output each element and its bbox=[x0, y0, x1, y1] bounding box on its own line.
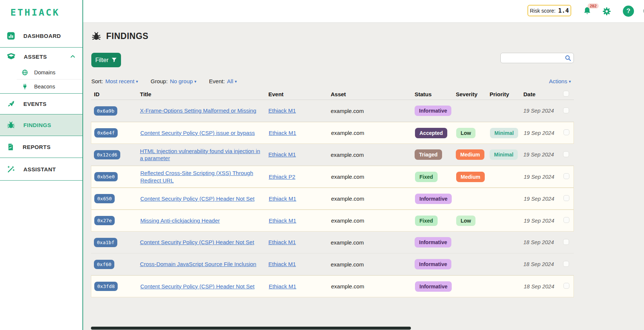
table-row: 0x3fd8Content Security Policy (CSP) Head… bbox=[91, 275, 574, 297]
row-checkbox[interactable] bbox=[563, 173, 569, 179]
asset-cell: example.com bbox=[331, 108, 415, 114]
event-link[interactable]: Ethiack M1 bbox=[268, 261, 296, 267]
checkbox-cell bbox=[563, 129, 574, 136]
finding-id-cell: 0xb5e0 bbox=[91, 172, 140, 181]
event-link[interactable]: Ethiack M1 bbox=[269, 130, 296, 136]
actions-dropdown[interactable]: Actions ▾ bbox=[549, 78, 571, 84]
event-link[interactable]: Ethiack M1 bbox=[268, 151, 296, 158]
finding-id-badge: 0x650 bbox=[94, 194, 115, 203]
settings-button[interactable] bbox=[601, 6, 612, 17]
list-controls: Sort: Most recent ▾ Group: No group ▾ Ev… bbox=[91, 78, 237, 84]
chevron-up-icon bbox=[70, 54, 76, 59]
row-checkbox[interactable] bbox=[563, 261, 569, 267]
finding-id-cell: 0x3fd8 bbox=[91, 282, 140, 291]
event-link[interactable]: Ethiack P2 bbox=[269, 174, 295, 180]
date-cell: 18 Sep 2024 bbox=[524, 284, 563, 289]
horizontal-scrollbar[interactable] bbox=[91, 327, 411, 330]
select-all-checkbox[interactable] bbox=[563, 91, 569, 97]
sidebar-item-beacons[interactable]: Beacons bbox=[0, 80, 82, 93]
row-checkbox[interactable] bbox=[563, 217, 569, 223]
severity-badge: Low bbox=[456, 216, 475, 226]
finding-id-badge: 0xa1bf bbox=[94, 238, 117, 247]
table-row: 0x12cd6HTML Injection vulnerability foun… bbox=[91, 144, 574, 166]
funnel-icon bbox=[111, 57, 117, 63]
finding-title-link[interactable]: X-Frame-Options Setting Malformed or Mis… bbox=[140, 107, 256, 114]
finding-id-cell: 0x6e4f bbox=[91, 128, 140, 138]
status-cell: Informative bbox=[415, 106, 456, 116]
filter-button[interactable]: Filter bbox=[91, 53, 121, 67]
brand-logo[interactable]: ETHIACK bbox=[0, 0, 82, 25]
checkbox-cell bbox=[563, 239, 574, 246]
severity-badge: Medium bbox=[456, 149, 484, 160]
priority-cell: Minimal bbox=[490, 128, 524, 138]
date-cell: 19 Sep 2024 bbox=[523, 152, 563, 158]
column-header-id: ID bbox=[91, 91, 140, 97]
row-checkbox[interactable] bbox=[563, 195, 569, 201]
date-cell: 18 Sep 2024 bbox=[523, 239, 563, 245]
severity-cell: Low bbox=[456, 216, 490, 226]
sidebar-item-reports[interactable]: REPORTS bbox=[0, 136, 82, 158]
search-input[interactable] bbox=[500, 53, 574, 63]
sidebar-item-assistant[interactable]: ASSISTANT bbox=[0, 158, 82, 181]
event-link[interactable]: Ethiack M1 bbox=[269, 283, 296, 289]
bug-icon bbox=[91, 31, 101, 41]
priority-badge: Minimal bbox=[490, 149, 518, 160]
sidebar-item-domains[interactable]: Domains bbox=[0, 65, 82, 79]
finding-title-cell: Cross-Domain JavaScript Source File Incl… bbox=[140, 261, 268, 268]
table-body: 0x6a9bX-Frame-Options Setting Malformed … bbox=[91, 100, 574, 297]
status-badge: Accepted bbox=[415, 128, 447, 138]
status-cell: Triaged bbox=[415, 149, 456, 160]
column-header-asset: Asset bbox=[331, 91, 415, 97]
sidebar-item-assets[interactable]: ASSETS bbox=[0, 47, 82, 65]
sort-label: Sort: bbox=[91, 78, 103, 84]
rocket-icon bbox=[7, 100, 15, 108]
event-cell: Ethiack M1 bbox=[268, 151, 331, 158]
column-header-priority: Priority bbox=[490, 91, 523, 97]
row-checkbox[interactable] bbox=[563, 129, 569, 135]
event-link[interactable]: Ethiack M1 bbox=[269, 217, 296, 224]
row-checkbox[interactable] bbox=[563, 283, 569, 289]
finding-id-badge: 0x27e bbox=[94, 216, 115, 225]
finding-id-cell: 0x12cd6 bbox=[91, 150, 140, 159]
sidebar-item-findings[interactable]: FINDINGS bbox=[0, 114, 82, 136]
status-badge: Informative bbox=[415, 194, 452, 204]
sidebar-item-dashboard[interactable]: DASHBOARD bbox=[0, 25, 82, 47]
table-row: 0xa1bfContent Security Policy (CSP) Head… bbox=[91, 232, 574, 253]
finding-title-cell: Content Security Policy (CSP) Header Not… bbox=[140, 195, 269, 203]
event-cell: Ethiack M1 bbox=[268, 261, 331, 268]
table-header: ID Title Event Asset Status Severity Pri… bbox=[91, 88, 574, 100]
asset-cell: example.com bbox=[331, 261, 415, 268]
event-link[interactable]: Ethiack M1 bbox=[268, 107, 296, 114]
event-link[interactable]: Ethiack M1 bbox=[268, 239, 296, 245]
row-checkbox[interactable] bbox=[563, 107, 569, 113]
asset-cell: example.com bbox=[331, 130, 415, 136]
group-dropdown[interactable]: No group ▾ bbox=[170, 78, 196, 84]
date-cell: 19 Sep 2024 bbox=[524, 218, 563, 224]
sort-dropdown[interactable]: Most recent ▾ bbox=[105, 78, 138, 84]
sidebar-item-label: FINDINGS bbox=[23, 122, 51, 128]
status-cell: Fixed bbox=[415, 216, 456, 226]
severity-cell: Low bbox=[456, 128, 490, 138]
finding-id-badge: 0x6a9b bbox=[94, 106, 117, 116]
help-button[interactable]: ? bbox=[623, 6, 634, 17]
finding-title-link[interactable]: HTML Injection vulnerability found via i… bbox=[140, 148, 260, 162]
row-checkbox[interactable] bbox=[563, 239, 569, 245]
finding-title-link[interactable]: Content Security Policy (CSP) Header Not… bbox=[140, 283, 255, 289]
event-link[interactable]: Ethiack M1 bbox=[269, 195, 296, 202]
plug-icon bbox=[22, 83, 28, 90]
asset-cell: example.com bbox=[331, 283, 415, 289]
event-filter-dropdown[interactable]: All ▾ bbox=[227, 78, 237, 84]
table-row: 0x6e4fContent Security Policy (CSP) issu… bbox=[91, 122, 574, 144]
status-cell: Informative bbox=[415, 194, 456, 204]
row-checkbox[interactable] bbox=[563, 151, 569, 157]
finding-title-link[interactable]: Content Security Policy (CSP) Header Not… bbox=[140, 195, 255, 202]
finding-title-link[interactable]: Reflected Cross-Site Scripting (XSS) Thr… bbox=[140, 170, 253, 184]
finding-title-link[interactable]: Missing Anti-clickjacking Header bbox=[140, 217, 220, 224]
column-header-title: Title bbox=[140, 91, 268, 97]
sidebar-item-events[interactable]: EVENTS bbox=[0, 93, 82, 114]
finding-title-link[interactable]: Content Security Policy (CSP) issue or b… bbox=[140, 130, 255, 136]
finding-title-link[interactable]: Content Security Policy (CSP) Header Not… bbox=[140, 239, 254, 245]
search-icon[interactable] bbox=[565, 55, 571, 61]
finding-title-link[interactable]: Cross-Domain JavaScript Source File Incl… bbox=[140, 261, 256, 267]
event-cell: Ethiack M1 bbox=[269, 217, 331, 224]
